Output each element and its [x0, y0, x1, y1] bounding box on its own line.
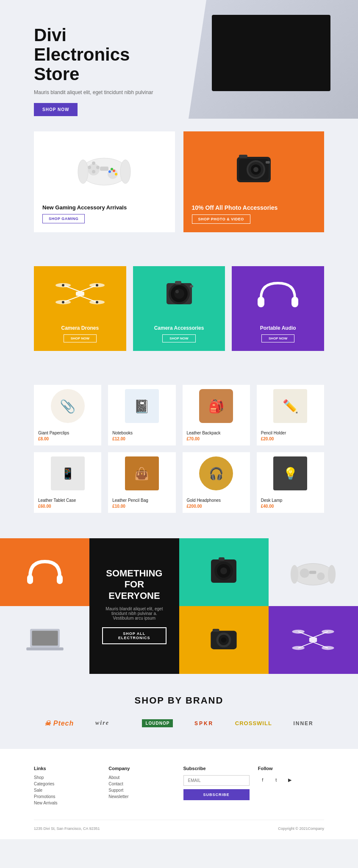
- product-price: £200.00: [187, 504, 246, 509]
- shop-now-button[interactable]: SHOP NOW: [34, 103, 78, 116]
- hero-laptop-image: [189, 0, 358, 119]
- social-icons: f t ▶: [258, 775, 324, 785]
- product-name: Giant Paperclips: [38, 431, 97, 435]
- footer-links: Links Shop Categories Sale Promotions Ne…: [34, 766, 100, 807]
- footer-link-promotions[interactable]: Promotions: [34, 794, 100, 799]
- shop-photo-button[interactable]: Shop Photo & Video: [192, 214, 250, 224]
- twitter-icon[interactable]: t: [272, 775, 281, 785]
- product-name: Gold Headphones: [187, 498, 246, 503]
- facebook-icon[interactable]: f: [258, 775, 267, 785]
- sfe-action-camera-icon: [205, 625, 243, 655]
- svg-point-56: [328, 565, 336, 584]
- svg-point-31: [62, 284, 64, 287]
- footer-link-shop[interactable]: Shop: [34, 775, 100, 780]
- svg-rect-22: [76, 292, 84, 296]
- gaming-card-image: [42, 140, 167, 199]
- footer-company-contact[interactable]: Contact: [108, 782, 175, 786]
- sfe-title: SOMETHING FOREVERYONE: [102, 568, 166, 601]
- photo-card-image: [192, 140, 316, 199]
- svg-point-49: [220, 568, 227, 574]
- product-card-headphones[interactable]: 🎧 Gold Headphones £200.00: [183, 452, 250, 513]
- gaming-card-title: New Gaming Accessory Arrivals: [42, 204, 127, 211]
- product-card-notebooks[interactable]: 📓 Notebooks £12.00: [108, 385, 175, 445]
- shop-accessories-button[interactable]: Shop Now: [162, 334, 195, 342]
- pencil-bag-image: 👜: [108, 452, 175, 495]
- footer-company-heading: Company: [108, 766, 175, 771]
- product-name: Leather Tablet Case: [38, 498, 97, 503]
- svg-point-70: [292, 629, 305, 633]
- sfe-orange-headphones: [0, 538, 89, 606]
- shop-all-electronics-button[interactable]: SHOP ALL ELECTRONICS: [102, 627, 166, 644]
- brand-crosswill: CROSSWILL: [235, 720, 272, 726]
- svg-point-72: [292, 646, 305, 650]
- tablet-case-image: 📱: [34, 452, 101, 495]
- svg-point-71: [322, 629, 334, 633]
- shop-gaming-button[interactable]: Shop Gaming: [42, 214, 85, 223]
- product-card-pencil-bag[interactable]: 👜 Leather Pencil Bag £10.00: [108, 452, 175, 513]
- svg-rect-40: [175, 281, 181, 284]
- svg-rect-41: [190, 285, 193, 287]
- svg-point-63: [221, 637, 226, 643]
- svg-point-32: [96, 284, 98, 287]
- svg-point-1: [88, 164, 100, 175]
- brand-ptech: ☠ Ptech: [44, 719, 74, 727]
- svg-point-8: [108, 170, 111, 173]
- svg-rect-54: [309, 570, 316, 573]
- youtube-icon[interactable]: ▶: [285, 775, 294, 785]
- product-card-tablet-case[interactable]: 📱 Leather Tablet Case £60.00: [34, 452, 101, 513]
- svg-point-9: [113, 170, 115, 172]
- svg-rect-59: [26, 648, 64, 651]
- footer-company-about[interactable]: About: [108, 775, 175, 780]
- svg-point-52: [300, 568, 309, 578]
- shop-drones-button[interactable]: Shop Now: [64, 334, 97, 342]
- sfe-purple-drone: [269, 606, 358, 674]
- notebooks-image: 📓: [108, 385, 175, 427]
- svg-point-33: [62, 301, 64, 303]
- brand-inner: INNER: [293, 721, 313, 726]
- footer-link-new-arrivals[interactable]: New Arrivals: [34, 801, 100, 805]
- footer-copyright: Copyright © 2021Company: [278, 826, 324, 831]
- email-field[interactable]: [183, 775, 250, 786]
- svg-point-11: [115, 173, 117, 175]
- product-price: £10.00: [112, 504, 171, 509]
- footer-follow: Follow f t ▶: [258, 766, 324, 807]
- footer-bottom: 1235 Divi St, San Francisco, CA 92351 Co…: [34, 820, 324, 831]
- audio-image: [253, 273, 303, 315]
- sfe-gray-gamepad: [269, 538, 358, 606]
- pencil-holder-image: ✏️: [257, 385, 324, 427]
- brand-spkr: SPKR: [194, 721, 214, 726]
- laptop-screen: [212, 15, 330, 91]
- sfe-teal-camera: [179, 538, 269, 606]
- category-audio: Portable Audio Shop Now: [232, 266, 324, 351]
- desk-lamp-image: 💡: [257, 452, 324, 495]
- sfe-description: Mauris blandit aliquet elit, eget tincid…: [102, 606, 166, 620]
- product-card-lamp[interactable]: 💡 Desk Lamp £40.00: [257, 452, 324, 513]
- subscribe-button[interactable]: SUBSCRIBE: [183, 789, 250, 800]
- product-price: £12.00: [112, 437, 171, 441]
- svg-point-73: [322, 646, 334, 650]
- brand-wire: wire: [95, 719, 121, 728]
- product-price: £40.00: [261, 504, 320, 509]
- product-name: Desk Lamp: [261, 498, 320, 503]
- brand-title: SHOP BY BRAND: [34, 695, 324, 706]
- svg-point-12: [78, 160, 88, 184]
- svg-point-38: [174, 289, 184, 299]
- promo-card-photo: 10% Off All Photo Accessories Shop Photo…: [183, 131, 325, 232]
- footer-link-categories[interactable]: Categories: [34, 782, 100, 786]
- svg-rect-21: [266, 161, 270, 164]
- product-name: Leather Pencil Bag: [112, 498, 171, 503]
- footer-link-sale[interactable]: Sale: [34, 788, 100, 793]
- footer-company-support[interactable]: Support: [108, 788, 175, 793]
- camera-accessories-image: [154, 273, 205, 315]
- shop-audio-button[interactable]: Shop Now: [261, 334, 294, 342]
- product-price: £20.00: [261, 437, 320, 441]
- svg-rect-64: [213, 629, 219, 632]
- product-card-pencil-holder[interactable]: ✏️ Pencil Holder £20.00: [257, 385, 324, 445]
- footer-company-newsletter[interactable]: Newsletter: [108, 794, 175, 799]
- footer-address: 1235 Divi St, San Francisco, CA 92351: [34, 826, 100, 831]
- svg-rect-3: [100, 167, 108, 171]
- camera-lens-icon: [154, 275, 205, 313]
- product-card-backpack[interactable]: 🎒 Leather Backpack £70.00: [183, 385, 250, 445]
- svg-point-55: [291, 565, 298, 584]
- product-card-paperclips[interactable]: 📎 Giant Paperclips £8.00: [34, 385, 101, 445]
